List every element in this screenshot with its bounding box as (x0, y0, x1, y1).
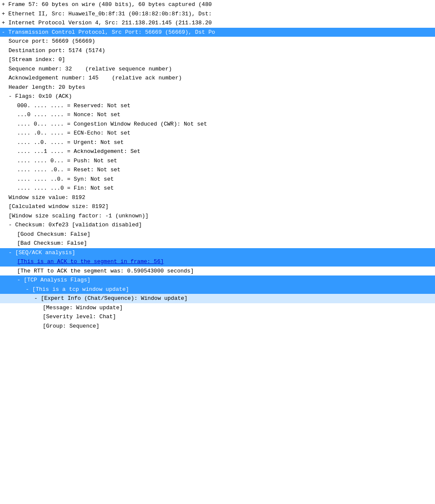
header-length: Header length: 20 bytes (0, 83, 435, 92)
tcp-analysis-flags[interactable]: - [TCP Analysis Flags] (0, 275, 435, 285)
flags-nonce: ...0 .... .... = Nonce: Not set (0, 110, 435, 120)
ack-to-segment[interactable]: [This is an ACK to the segment in frame:… (0, 257, 435, 267)
good-checksum: [Good Checksum: False] (0, 230, 435, 239)
severity-chat: [Severity level: Chat] (0, 312, 435, 322)
rtt-line: [The RTT to ACK the segment was: 0.59054… (0, 267, 435, 276)
dst-port: Destination port: 5174 (5174) (0, 46, 435, 56)
seq-number: Sequence number: 32 (relative sequence n… (0, 64, 435, 74)
flags-syn: .... .... ..0. = Syn: Not set (0, 175, 435, 184)
seq-ack-analysis[interactable]: - [SEQ/ACK analysis] (0, 248, 435, 258)
flags-fin: .... .... ...0 = Fin: Not set (0, 184, 435, 193)
flags-line: - Flags: 0x10 (ACK) (0, 92, 435, 101)
calc-window: [Calculated window size: 8192] (0, 202, 435, 211)
ethernet-line: + Ethernet II, Src: HuaweiTe_0b:8f:31 (0… (0, 9, 435, 19)
ip-line: + Internet Protocol Version 4, Src: 211.… (0, 18, 435, 28)
flags-urgent: .... ..0. .... = Urgent: Not set (0, 138, 435, 147)
group-sequence: [Group: Sequence] (0, 322, 435, 331)
flags-push: .... .... 0... = Push: Not set (0, 156, 435, 166)
bad-checksum: [Bad Checksum: False] (0, 239, 435, 248)
window-scaling: [Window size scaling factor: -1 (unknown… (0, 211, 435, 221)
stream-index: [Stream index: 0] (0, 55, 435, 64)
flags-reset: .... .... .0.. = Reset: Not set (0, 165, 435, 175)
ack-to-segment-link[interactable]: [This is an ACK to the segment in frame:… (17, 258, 164, 266)
flags-ack: .... ...1 .... = Acknowledgement: Set (0, 147, 435, 156)
ack-number: Acknowledgement number: 145 (relative ac… (0, 73, 435, 83)
flags-reserved: 000. .... .... = Reserved: Not set (0, 101, 435, 111)
window-size: Window size value: 8192 (0, 193, 435, 202)
checksum-line: - Checksum: 0xfe23 [validation disabled] (0, 220, 435, 230)
tcp-window-update[interactable]: - [This is a tcp window update] (0, 285, 435, 294)
packet-detail-panel: + Frame 57: 60 bytes on wire (480 bits),… (0, 0, 435, 331)
tcp-line[interactable]: - Transmission Control Protocol, Src Por… (0, 28, 435, 37)
flags-ecn: .... .0.. .... = ECN-Echo: Not set (0, 129, 435, 138)
src-port: Source port: 56669 (56669) (0, 37, 435, 46)
flags-cwr: .... 0... .... = Congestion Window Reduc… (0, 120, 435, 129)
message-window: [Message: Window update] (0, 303, 435, 313)
frame-line: + Frame 57: 60 bytes on wire (480 bits),… (0, 0, 435, 9)
expert-info: - [Expert Info (Chat/Sequence): Window u… (0, 294, 435, 303)
